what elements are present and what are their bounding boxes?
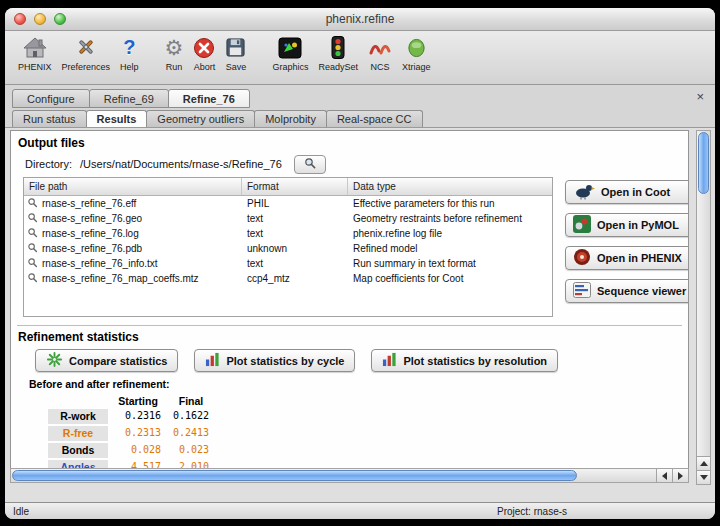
tab-refine-69[interactable]: Refine_69 bbox=[89, 89, 169, 108]
file-type: Refined model bbox=[348, 243, 552, 254]
section-divider bbox=[17, 325, 682, 326]
plot-by-cycle-button[interactable]: Plot statistics by cycle bbox=[194, 349, 355, 372]
magnifier-icon bbox=[27, 197, 38, 210]
table-row[interactable]: rnase-s_refine_76_map_coeffs.mtz ccp4_mt… bbox=[24, 271, 552, 286]
table-header[interactable]: File path Format Data type bbox=[24, 178, 552, 196]
toolbar-button-save[interactable]: Save bbox=[220, 34, 251, 72]
button-label: Open in PyMOL bbox=[597, 219, 679, 231]
statistics-buttons: Compare statistics Plot statistics by cy… bbox=[35, 349, 682, 372]
directory-row: Directory: /Users/nat/Documents/rnase-s/… bbox=[25, 155, 682, 173]
output-files-table[interactable]: File path Format Data type rnase-s_refin… bbox=[23, 177, 553, 317]
toolbar-button-graphics[interactable]: Graphics bbox=[267, 34, 313, 72]
toolbar-label: PHENIX bbox=[18, 62, 52, 72]
status-text: Idle bbox=[5, 506, 29, 517]
button-label: Open in PHENIX bbox=[597, 252, 682, 264]
close-tab-icon[interactable]: × bbox=[693, 89, 707, 106]
stat-label: Bonds bbox=[47, 442, 109, 459]
close-button[interactable] bbox=[14, 13, 26, 25]
output-files-heading: Output files bbox=[18, 136, 682, 150]
minimize-button[interactable] bbox=[34, 13, 46, 25]
column-file-path[interactable]: File path bbox=[24, 178, 242, 195]
search-icon bbox=[304, 157, 316, 171]
stats-row-r-free: R-free 0.2313 0.2413 bbox=[47, 425, 682, 442]
toolbar-label: Preferences bbox=[62, 62, 111, 72]
file-format: unknown bbox=[242, 243, 348, 254]
table-row[interactable]: rnase-s_refine_76.pdb unknown Refined mo… bbox=[24, 241, 552, 256]
scroll-right-arrow[interactable] bbox=[672, 469, 688, 482]
scroll-up-arrow[interactable] bbox=[697, 456, 710, 470]
tab-label: Results bbox=[97, 113, 137, 125]
tab-geometry-outliers[interactable]: Geometry outliers bbox=[146, 110, 255, 127]
open-in-coot-button[interactable]: Open in Coot bbox=[565, 180, 689, 204]
toolbar-button-run[interactable]: ⚙ Run bbox=[160, 34, 189, 72]
open-in-pymol-button[interactable]: Open in PyMOL bbox=[565, 213, 689, 237]
scroll-down-arrow[interactable] bbox=[697, 470, 710, 484]
sequence-viewer-button[interactable]: Sequence viewer bbox=[565, 279, 689, 303]
stats-header-row: Starting Final bbox=[47, 394, 682, 408]
toolbar-button-help[interactable]: ? Help bbox=[115, 34, 144, 72]
tab-results[interactable]: Results bbox=[86, 110, 148, 127]
toolbar-label: Run bbox=[166, 62, 183, 72]
horizontal-scrollbar[interactable] bbox=[10, 468, 689, 483]
magnifier-icon bbox=[27, 242, 38, 255]
toolbar-button-readyset[interactable]: ReadySet bbox=[313, 34, 363, 72]
magnifier-icon bbox=[27, 227, 38, 240]
left-arrow-icon bbox=[662, 472, 667, 480]
plot-by-resolution-button[interactable]: Plot statistics by resolution bbox=[371, 349, 558, 372]
toolbar-button-xtriage[interactable]: Xtriage bbox=[397, 34, 436, 72]
horizontal-scrollbar-thumb[interactable] bbox=[12, 470, 577, 481]
table-row[interactable]: rnase-s_refine_76_info.txt text Run summ… bbox=[24, 256, 552, 271]
compare-statistics-button[interactable]: Compare statistics bbox=[35, 349, 178, 372]
file-action-buttons: Open in Coot Open in PyMOL Open in PHENI… bbox=[565, 177, 689, 317]
toolbar-button-ncs[interactable]: NCS bbox=[363, 34, 397, 72]
column-format[interactable]: Format bbox=[242, 178, 348, 195]
file-name: rnase-s_refine_76.pdb bbox=[42, 243, 142, 254]
file-format: PHIL bbox=[242, 198, 348, 209]
magnifier-icon bbox=[27, 257, 38, 270]
scroll-left-arrow[interactable] bbox=[656, 469, 672, 482]
column-data-type[interactable]: Data type bbox=[348, 178, 552, 195]
secondary-tab-bar: Run status Results Geometry outliers Mol… bbox=[5, 108, 715, 128]
down-arrow-icon bbox=[700, 475, 708, 480]
vertical-scrollbar[interactable] bbox=[696, 130, 711, 485]
results-panel: Output files Directory: /Users/nat/Docum… bbox=[5, 128, 715, 502]
tab-label: Geometry outliers bbox=[157, 113, 244, 125]
pymol-icon bbox=[573, 215, 591, 235]
zoom-button[interactable] bbox=[54, 13, 66, 25]
file-format: text bbox=[242, 228, 348, 239]
status-bar: Idle Project: rnase-s bbox=[5, 502, 715, 519]
file-type: phenix.refine log file bbox=[348, 228, 552, 239]
file-type: Map coefficients for Coot bbox=[348, 273, 552, 284]
stat-value: 0.028 bbox=[109, 442, 167, 459]
toolbar-button-preferences[interactable]: Preferences bbox=[57, 34, 116, 72]
toolbar-button-abort[interactable]: Abort bbox=[188, 34, 220, 72]
compare-sparkle-icon bbox=[46, 351, 63, 370]
vertical-scrollbar-thumb[interactable] bbox=[698, 132, 709, 194]
tab-label: Refine_76 bbox=[183, 93, 235, 105]
preferences-tools-icon bbox=[74, 34, 98, 61]
stat-value: 0.2413 bbox=[167, 425, 215, 442]
tab-refine-76[interactable]: Refine_76 bbox=[168, 89, 250, 108]
tab-configure[interactable]: Configure bbox=[12, 89, 90, 108]
browse-directory-button[interactable] bbox=[294, 155, 326, 174]
toolbar-button-phenix[interactable]: PHENIX bbox=[13, 34, 57, 72]
stat-value: 0.2313 bbox=[109, 425, 167, 442]
tab-label: Run status bbox=[23, 113, 76, 125]
horizontal-scrollbar-arrows bbox=[656, 469, 688, 482]
tab-molprobity[interactable]: Molprobity bbox=[254, 110, 327, 127]
open-in-phenix-button[interactable]: Open in PHENIX bbox=[565, 246, 689, 270]
app-window: phenix.refine PHENIX Preferences ? Help … bbox=[5, 8, 715, 519]
help-icon: ? bbox=[123, 34, 135, 61]
table-row[interactable]: rnase-s_refine_76.log text phenix.refine… bbox=[24, 226, 552, 241]
tab-run-status[interactable]: Run status bbox=[12, 110, 87, 127]
button-label: Compare statistics bbox=[69, 355, 167, 367]
titlebar[interactable]: phenix.refine bbox=[5, 8, 715, 31]
table-row[interactable]: rnase-s_refine_76.geo text Geometry rest… bbox=[24, 211, 552, 226]
tab-real-space-cc[interactable]: Real-space CC bbox=[326, 110, 423, 127]
table-row[interactable]: rnase-s_refine_76.eff PHIL Effective par… bbox=[24, 196, 552, 211]
phenix-logo-icon bbox=[573, 248, 591, 268]
tab-label: Refine_69 bbox=[104, 93, 154, 105]
stat-value: 0.1622 bbox=[167, 408, 215, 425]
file-type: Geometry restraints before refinement bbox=[348, 213, 552, 224]
magnifier-icon bbox=[27, 272, 38, 285]
